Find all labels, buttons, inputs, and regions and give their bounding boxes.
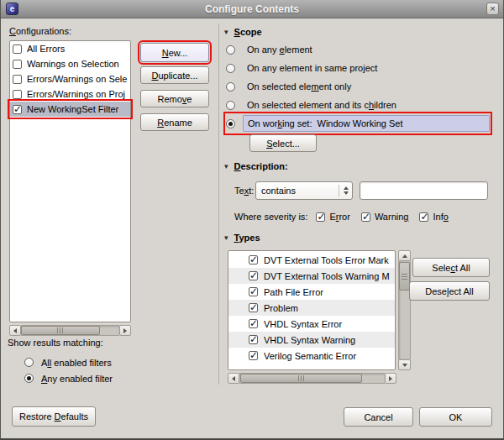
- type-label: Verilog Semantic Error: [264, 351, 395, 361]
- configuration-row[interactable]: Errors/Warnings on Sele: [10, 71, 130, 86]
- configurations-hscrollbar[interactable]: [9, 325, 131, 336]
- scroll-left-icon: [13, 328, 17, 333]
- match-options: All enabled filters Any enabled filter: [24, 354, 159, 386]
- expander-icon: ▾: [224, 234, 228, 242]
- show-results-label: Show results matching:: [8, 338, 103, 348]
- severity-checkbox[interactable]: [316, 212, 325, 222]
- scrollbar-track[interactable]: [239, 373, 385, 384]
- duplicate-button[interactable]: Duplicate...: [140, 66, 209, 84]
- severity-option[interactable]: Error: [316, 212, 349, 222]
- configuration-row[interactable]: All Errors: [10, 41, 130, 56]
- severity-option[interactable]: Warning: [361, 212, 409, 222]
- radio-button[interactable]: [226, 82, 235, 92]
- scope-option-label: On working set: Window Working Set: [243, 115, 490, 132]
- radio-button[interactable]: [226, 45, 235, 55]
- scroll-right-button[interactable]: [119, 325, 131, 336]
- configuration-checkbox[interactable]: [13, 75, 22, 84]
- configuration-checkbox[interactable]: [13, 60, 22, 69]
- configuration-label: All Errors: [27, 44, 130, 54]
- type-checkbox[interactable]: [249, 351, 258, 360]
- configuration-checkbox[interactable]: [13, 90, 22, 99]
- deselect-all-button[interactable]: Deselect All: [409, 281, 490, 301]
- severity-option-label: Error: [329, 212, 349, 222]
- scrollbar-thumb[interactable]: [240, 374, 362, 383]
- type-label: Path File Error: [264, 287, 395, 297]
- select-all-button[interactable]: Select All: [412, 258, 490, 277]
- scroll-right-icon: [123, 328, 127, 333]
- type-row[interactable]: Verilog Semantic Error: [228, 348, 395, 364]
- rename-button[interactable]: Rename: [140, 113, 209, 131]
- text-filter-input[interactable]: [360, 181, 488, 200]
- scope-option-label: On selected element only: [243, 79, 490, 94]
- match-option-label: All enabled filters: [41, 358, 112, 368]
- restore-defaults-button[interactable]: Restore Defaults: [12, 406, 96, 427]
- scroll-down-button[interactable]: [398, 359, 411, 370]
- types-section-header[interactable]: ▾ Types: [224, 233, 260, 243]
- close-button[interactable]: ×: [486, 3, 499, 15]
- types-vscrollbar[interactable]: [398, 250, 411, 370]
- configuration-row[interactable]: Warnings on Selection: [10, 56, 130, 71]
- severity-option[interactable]: Info: [419, 212, 448, 222]
- titlebar[interactable]: e Configure Contents ×: [1, 0, 503, 18]
- configuration-checkbox[interactable]: [13, 105, 22, 114]
- types-hscrollbar[interactable]: [228, 373, 396, 384]
- configurations-label: Configurations:: [9, 26, 71, 36]
- scroll-left-button[interactable]: [9, 325, 21, 336]
- scrollbar-thumb[interactable]: [21, 326, 100, 335]
- radio-button[interactable]: [226, 119, 235, 128]
- grip-icon: [298, 375, 304, 381]
- select-working-set-button[interactable]: Select...: [249, 134, 317, 152]
- scroll-left-button[interactable]: [228, 373, 239, 384]
- combo-selected-value: contains: [256, 186, 339, 196]
- type-checkbox[interactable]: [249, 303, 258, 312]
- type-row[interactable]: DVT External Tools Error Mark: [228, 252, 395, 268]
- scrollbar-track[interactable]: [398, 261, 411, 359]
- type-checkbox[interactable]: [249, 287, 258, 296]
- grip-icon: [57, 327, 63, 333]
- type-checkbox[interactable]: [249, 319, 258, 328]
- type-row[interactable]: DVT External Tools Warning M: [228, 268, 395, 284]
- configuration-row[interactable]: Errors/Warnings on Proj: [10, 86, 130, 102]
- radio-button[interactable]: [226, 64, 235, 73]
- severity-checkbox[interactable]: [419, 212, 428, 222]
- chevron-up-icon: [344, 186, 349, 190]
- combo-spinner-icon[interactable]: [339, 186, 352, 195]
- type-row[interactable]: Path File Error: [228, 284, 395, 300]
- configurations-list[interactable]: All Errors Warnings on Selection Errors/…: [9, 40, 131, 322]
- type-row[interactable]: Problem: [228, 300, 395, 316]
- scope-option-row[interactable]: On selected element only: [226, 77, 490, 96]
- match-option-row[interactable]: Any enabled filter: [24, 370, 159, 386]
- text-match-mode-combo[interactable]: contains: [255, 181, 353, 200]
- configuration-label: Warnings on Selection: [27, 59, 130, 69]
- configuration-label: Errors/Warnings on Proj: [27, 89, 130, 99]
- scope-option-row[interactable]: On any element: [226, 40, 490, 59]
- description-section-header[interactable]: ▾ Description:: [224, 161, 288, 171]
- scroll-up-button[interactable]: [398, 250, 411, 261]
- scope-option-label: On any element in same project: [243, 60, 490, 76]
- radio-button[interactable]: [226, 101, 235, 110]
- scope-option-row[interactable]: On any element in same project: [226, 59, 490, 77]
- type-label: DVT External Tools Error Mark: [264, 255, 395, 265]
- type-row[interactable]: VHDL Syntax Error: [228, 316, 395, 332]
- chevron-down-icon: [344, 191, 349, 195]
- configuration-row[interactable]: New WorkingSet Filter: [10, 102, 130, 117]
- ok-button[interactable]: OK: [419, 407, 492, 427]
- radio-button[interactable]: [24, 374, 34, 383]
- scroll-right-button[interactable]: [385, 373, 396, 384]
- scrollbar-track[interactable]: [21, 325, 119, 336]
- new-button[interactable]: New...: [140, 43, 209, 62]
- scope-option-row[interactable]: On selected element and its children: [226, 96, 490, 114]
- types-list[interactable]: DVT External Tools Error Mark DVT Extern…: [228, 250, 396, 370]
- type-row[interactable]: VHDL Syntax Warning: [228, 332, 395, 348]
- type-checkbox[interactable]: [249, 271, 258, 280]
- severity-checkbox[interactable]: [361, 212, 370, 222]
- scope-section-header[interactable]: ▾ Scope: [224, 27, 262, 37]
- type-checkbox[interactable]: [249, 255, 258, 265]
- configuration-checkbox[interactable]: [13, 45, 22, 54]
- cancel-button[interactable]: Cancel: [344, 407, 413, 427]
- remove-button[interactable]: Remove: [140, 90, 209, 107]
- scope-option-row[interactable]: On working set: Window Working Set: [226, 114, 490, 133]
- type-checkbox[interactable]: [249, 335, 258, 344]
- radio-button[interactable]: [24, 358, 34, 367]
- match-option-row[interactable]: All enabled filters: [24, 354, 159, 370]
